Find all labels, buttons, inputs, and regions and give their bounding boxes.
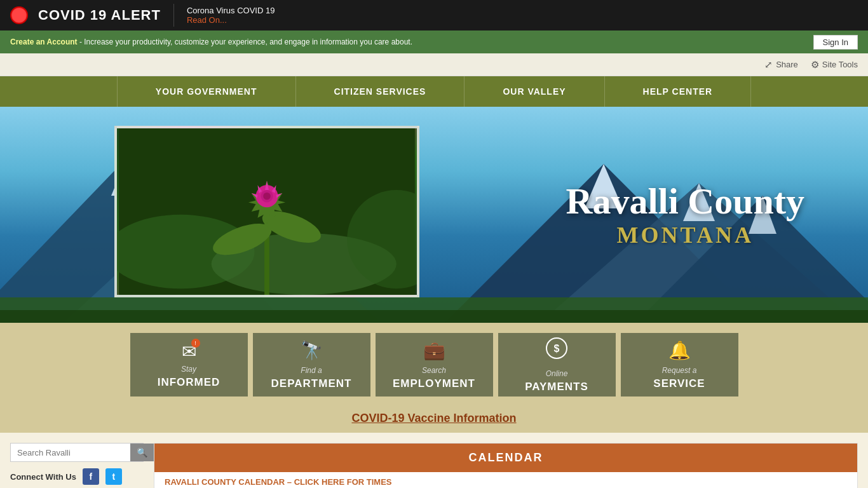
share-utility[interactable]: ⤢ Share	[764, 59, 798, 71]
online-payments-button[interactable]: $ Online PAYMENTS	[498, 333, 616, 396]
covid-vaccine-section: COVID-19 Vaccine Information	[0, 407, 868, 433]
covid-alert-icon	[10, 6, 28, 24]
search-box: 🔍	[10, 443, 144, 462]
sign-in-button[interactable]: Sign In	[813, 35, 858, 50]
search-input[interactable]	[11, 444, 130, 461]
payments-sub-label: Online	[546, 369, 568, 378]
notification-badge: !	[191, 339, 200, 348]
calendar-header: CALENDAR	[154, 444, 857, 472]
briefcase-icon: 💼	[423, 340, 445, 361]
informed-icon-wrapper: ✉ !	[182, 341, 196, 362]
covid-alert-headline: Corona Virus COVID 19	[187, 6, 275, 15]
covid-alert-title: COVID 19 ALERT	[38, 7, 161, 24]
quick-actions-bar: ✉ ! Stay INFORMED 🔭 Find a DEPARTMENT 💼 …	[0, 323, 868, 407]
department-main-label: DEPARTMENT	[271, 377, 352, 390]
covid-read-on-link[interactable]: Read On...	[187, 15, 275, 25]
search-employment-button[interactable]: 💼 Search EMPLOYMENT	[376, 333, 493, 396]
payments-main-label: PAYMENTS	[525, 381, 588, 393]
county-state: MONTANA	[566, 222, 804, 248]
connect-label: Connect With Us	[10, 472, 76, 482]
covid-alert-bar: COVID 19 ALERT Corona Virus COVID 19 Rea…	[0, 0, 868, 30]
svg-rect-11	[0, 310, 868, 323]
account-bar-left: Create an Account - Increase your produc…	[10, 37, 412, 46]
search-button[interactable]: 🔍	[130, 444, 154, 461]
facebook-icon[interactable]: f	[83, 468, 99, 485]
county-name: Ravalli County	[566, 181, 804, 222]
employment-main-label: EMPLOYMENT	[393, 377, 475, 390]
hero-flower-image	[114, 126, 419, 297]
calendar-subtext[interactable]: RAVALLI COUNTY CALENDAR – CLICK HERE FOR…	[154, 472, 857, 488]
twitter-icon[interactable]: t	[105, 468, 122, 485]
covid-vaccine-link[interactable]: COVID-19 Vaccine Information	[351, 412, 516, 424]
department-sub-label: Find a	[301, 366, 322, 375]
covid-alert-text-block: Corona Virus COVID 19 Read On...	[187, 6, 275, 25]
share-label: Share	[776, 60, 798, 69]
gear-icon: ⚙	[811, 59, 819, 71]
calendar-widget: CALENDAR RAVALLI COUNTY CALENDAR – CLICK…	[154, 443, 858, 488]
binoculars-icon: 🔭	[301, 340, 323, 361]
share-icon: ⤢	[764, 59, 773, 71]
covid-alert-divider	[173, 4, 174, 27]
find-department-button[interactable]: 🔭 Find a DEPARTMENT	[253, 333, 370, 396]
main-nav: YOUR GOVERNMENT CITIZEN SERVICES OUR VAL…	[0, 76, 868, 107]
flower-svg	[117, 128, 417, 295]
svg-point-27	[263, 193, 271, 200]
request-service-button[interactable]: 🔔 Request a SERVICE	[621, 333, 738, 396]
hero-section: Ravalli County MONTANA	[0, 107, 868, 323]
site-tools-utility[interactable]: ⚙ Site Tools	[811, 59, 858, 71]
informed-main-label: INFORMED	[158, 376, 220, 389]
site-tools-label: Site Tools	[822, 60, 858, 69]
stay-informed-button[interactable]: ✉ ! Stay INFORMED	[130, 333, 248, 396]
bell-icon: 🔔	[668, 340, 691, 361]
service-main-label: SERVICE	[653, 377, 705, 390]
account-bar-description: - Increase your productivity, customize …	[78, 37, 412, 46]
nav-item-help-center[interactable]: HELP CENTER	[605, 76, 752, 107]
nav-item-our-valley[interactable]: OUR VALLEY	[465, 76, 604, 107]
nav-item-citizen-services[interactable]: CITIZEN SERVICES	[296, 76, 465, 107]
informed-sub-label: Stay	[181, 365, 196, 374]
account-bar: Create an Account - Increase your produc…	[0, 30, 868, 53]
sidebar-widget: 🔍 Connect With Us f t	[10, 443, 144, 488]
service-sub-label: Request a	[662, 366, 697, 375]
employment-sub-label: Search	[422, 366, 446, 375]
bottom-section: 🔍 Connect With Us f t CALENDAR RAVALLI C…	[0, 433, 868, 488]
payment-icon: $	[545, 337, 568, 364]
connect-row: Connect With Us f t	[10, 468, 144, 485]
utility-bar: ⤢ Share ⚙ Site Tools	[0, 53, 868, 76]
svg-text:$: $	[554, 343, 560, 354]
county-brand: Ravalli County MONTANA	[566, 181, 804, 248]
create-account-link[interactable]: Create an Account	[10, 37, 78, 46]
nav-item-your-government[interactable]: YOUR GOVERNMENT	[117, 76, 296, 107]
